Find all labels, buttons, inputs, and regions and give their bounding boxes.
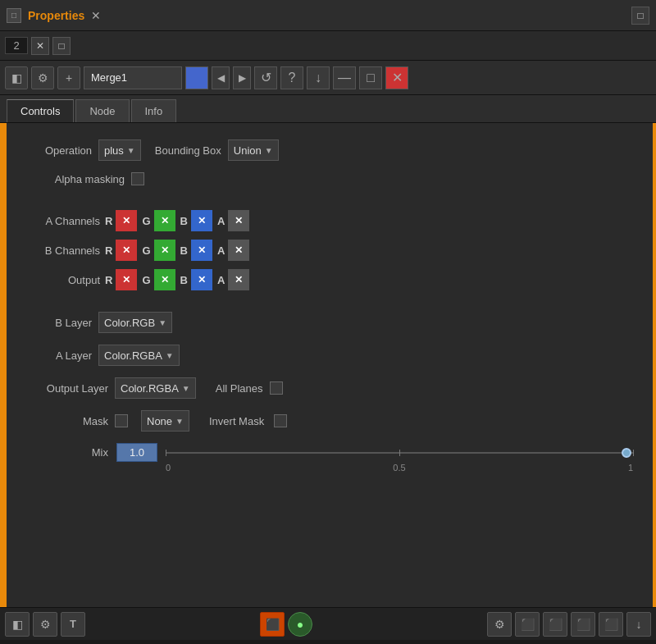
title-icon: □	[7, 8, 21, 23]
yellow-sidebar-accent	[0, 123, 7, 607]
output-layer-label: Output Layer	[26, 382, 108, 395]
a-layer-dropdown-arrow: ▼	[166, 351, 174, 360]
a-ch-b-button[interactable]	[191, 210, 212, 231]
all-planes-label: All Planes	[216, 382, 263, 395]
bounding-box-label: Bounding Box	[148, 144, 221, 157]
out-ch-b-button[interactable]	[191, 269, 212, 290]
close-toolbar-button[interactable]: ✕	[385, 66, 408, 89]
title-text: Properties	[28, 9, 84, 22]
a-ch-r-button[interactable]	[116, 210, 137, 231]
a-layer-dropdown[interactable]: Color.RGBA ▼	[98, 345, 180, 366]
b-layer-row: B Layer Color.RGB ▼	[26, 312, 633, 333]
output-layer-dropdown[interactable]: Color.RGBA ▼	[115, 377, 196, 399]
bottom-orange-icon[interactable]: ⬛	[260, 612, 285, 637]
arrow-right-button[interactable]: ▶	[233, 66, 251, 89]
help-button[interactable]: ?	[280, 66, 303, 89]
slider-tick-end	[633, 450, 634, 456]
mask-checkbox[interactable]	[115, 414, 128, 427]
bottom-extra-5[interactable]: ⬛	[599, 612, 623, 637]
bottom-circle-icon[interactable]: ●	[288, 612, 312, 637]
output-layer-dropdown-arrow: ▼	[182, 384, 190, 393]
right-accent-bar	[653, 123, 656, 607]
tab-controls[interactable]: Controls	[7, 99, 74, 122]
mask-label: Mask	[26, 415, 108, 427]
invert-mask-label: Invert Mask	[209, 415, 264, 427]
b-layer-dropdown[interactable]: Color.RGB ▼	[98, 312, 172, 333]
bottom-extra-6[interactable]: ↓	[626, 612, 651, 637]
alpha-masking-label: Alpha masking	[26, 173, 125, 185]
mix-slider[interactable]: 0 0.5 1	[166, 445, 633, 461]
download-button[interactable]: ↓	[307, 66, 330, 89]
operation-label: Operation	[26, 144, 92, 157]
arrow-left-button[interactable]: ◀	[212, 66, 230, 89]
slider-tick-mid	[399, 450, 400, 456]
a-layer-label: A Layer	[26, 349, 92, 362]
node-name-input[interactable]	[84, 66, 182, 89]
bottom-text-icon[interactable]: T	[61, 612, 85, 637]
slider-label-mid: 0.5	[393, 463, 405, 473]
mix-row: Mix 1.0 0 0.5 1	[26, 443, 633, 462]
a-ch-g-button[interactable]	[154, 210, 175, 231]
add-icon[interactable]: +	[57, 66, 80, 89]
operation-dropdown-arrow: ▼	[127, 146, 135, 155]
slider-label-min: 0	[166, 463, 171, 473]
bounding-box-dropdown-arrow: ▼	[265, 146, 273, 155]
node-count-badge: 2	[5, 37, 28, 54]
mask-dropdown[interactable]: None ▼	[141, 410, 189, 432]
a-ch-a-button[interactable]	[228, 210, 249, 231]
expand-button[interactable]: □	[52, 37, 71, 55]
main-panel: Operation plus ▼ Bounding Box Union ▼ Al…	[0, 123, 656, 607]
a-channels-row: A Channels R G B A	[26, 210, 633, 231]
b-ch-b-button[interactable]	[191, 240, 212, 261]
title-bar: □ Properties ✕ □	[0, 0, 656, 31]
tab-info[interactable]: Info	[131, 99, 177, 122]
panel-content: Operation plus ▼ Bounding Box Union ▼ Al…	[7, 123, 653, 607]
operation-row: Operation plus ▼ Bounding Box Union ▼	[26, 139, 633, 161]
bottom-extra-3[interactable]: ⬛	[543, 612, 567, 637]
title-close-icon[interactable]: ✕	[91, 9, 101, 22]
b-ch-a-button[interactable]	[228, 240, 249, 261]
output-channels-label: Output	[26, 274, 100, 286]
b-layer-dropdown-arrow: ▼	[158, 318, 166, 327]
slider-label-max: 1	[628, 463, 633, 473]
out-ch-r-button[interactable]	[116, 269, 137, 290]
b-layer-label: B Layer	[26, 317, 92, 329]
a-layer-row: A Layer Color.RGBA ▼	[26, 345, 633, 366]
bottom-layer-icon[interactable]: ◧	[5, 612, 30, 637]
slider-thumb[interactable]	[622, 448, 631, 458]
node-toolbar: ◧ ⚙ + ◀ ▶ ↺ ? ↓ — □ ✕	[0, 61, 656, 95]
output-channels-row: Output R G B A	[26, 269, 633, 290]
minimize-button[interactable]: —	[333, 66, 356, 89]
b-channels-row: B Channels R G B A	[26, 240, 633, 261]
b-channels-label: B Channels	[26, 244, 100, 257]
bounding-box-dropdown[interactable]: Union ▼	[228, 139, 279, 161]
b-ch-r-button[interactable]	[116, 240, 137, 261]
out-ch-a-button[interactable]	[228, 269, 249, 290]
restore-button[interactable]: □	[631, 7, 649, 25]
color-swatch[interactable]	[185, 66, 208, 89]
gear-icon[interactable]: ⚙	[31, 66, 54, 89]
a-channels-label: A Channels	[26, 215, 100, 227]
layer-icon[interactable]: ◧	[5, 66, 28, 89]
b-ch-g-button[interactable]	[154, 240, 175, 261]
output-layer-row: Output Layer Color.RGBA ▼ All Planes	[26, 377, 633, 399]
operation-dropdown[interactable]: plus ▼	[98, 139, 141, 161]
refresh-button[interactable]: ↺	[254, 66, 277, 89]
mask-row: Mask None ▼ Invert Mask	[26, 410, 633, 432]
alpha-masking-checkbox[interactable]	[131, 172, 144, 185]
bottom-bar: ◧ ⚙ T ⬛ ● ⚙ ⬛ ⬛ ⬛ ⬛ ↓	[0, 607, 656, 640]
mask-dropdown-arrow: ▼	[175, 417, 184, 426]
bottom-gear-icon[interactable]: ⚙	[33, 612, 57, 637]
out-ch-g-button[interactable]	[154, 269, 175, 290]
invert-mask-checkbox[interactable]	[274, 414, 287, 427]
mix-value-input[interactable]: 1.0	[116, 443, 157, 462]
close-small-button[interactable]: ✕	[31, 37, 49, 55]
tab-node[interactable]: Node	[75, 99, 129, 122]
window-button[interactable]: □	[359, 66, 382, 89]
all-planes-checkbox[interactable]	[270, 381, 283, 395]
bottom-extra-1[interactable]: ⚙	[487, 612, 512, 637]
bottom-extra-2[interactable]: ⬛	[515, 612, 540, 637]
bottom-extra-4[interactable]: ⬛	[571, 612, 595, 637]
mix-label: Mix	[26, 446, 108, 459]
alpha-masking-row: Alpha masking	[26, 172, 633, 185]
